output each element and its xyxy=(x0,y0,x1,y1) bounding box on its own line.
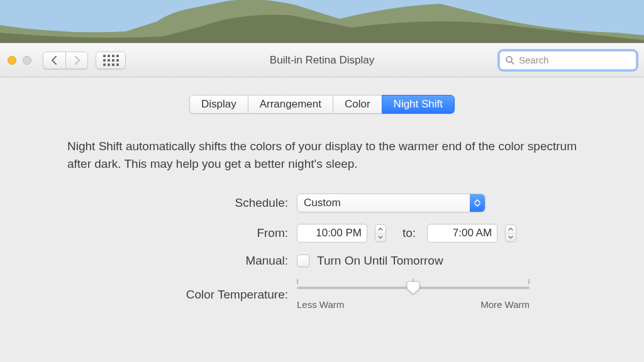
minimize-window-button[interactable] xyxy=(23,56,31,65)
show-all-group xyxy=(96,52,126,69)
chevron-left-icon xyxy=(51,56,58,65)
svg-line-2 xyxy=(511,62,514,64)
to-label: to: xyxy=(402,226,416,240)
stepper-down-icon xyxy=(375,234,386,242)
schedule-popup[interactable]: Custom xyxy=(297,194,486,212)
night-shift-description: Night Shift automatically shifts the col… xyxy=(67,138,577,172)
time-range-row: From: 10:00 PM to: 7:00 AM xyxy=(77,224,567,243)
search-field[interactable] xyxy=(499,51,636,70)
from-time-stepper[interactable] xyxy=(375,224,386,242)
from-label: From: xyxy=(77,226,297,240)
more-warm-label: More Warm xyxy=(480,299,530,310)
nav-back-forward-group xyxy=(43,52,88,69)
stepper-up-icon xyxy=(375,225,386,234)
color-temperature-slider[interactable] xyxy=(297,279,530,295)
traffic-lights xyxy=(8,56,31,65)
manual-checkbox[interactable] xyxy=(297,255,309,267)
content-area: Display Arrangement Color Night Shift Ni… xyxy=(0,77,644,362)
window-titlebar: Built-in Retina Display xyxy=(0,43,644,77)
color-temperature-label: Color Temperature: xyxy=(77,288,297,302)
close-window-button[interactable] xyxy=(8,56,16,65)
svg-rect-0 xyxy=(0,0,644,47)
schedule-value: Custom xyxy=(304,197,341,209)
to-time-field[interactable]: 7:00 AM xyxy=(427,224,497,243)
night-shift-form: Schedule: Custom From: 10:00 PM xyxy=(77,194,567,310)
color-temperature-row: Color Temperature: L xyxy=(77,279,567,310)
forward-button[interactable] xyxy=(65,52,88,69)
grid-icon xyxy=(103,55,119,66)
popup-arrows-icon xyxy=(470,194,485,212)
less-warm-label: Less Warm xyxy=(297,299,344,310)
manual-checkbox-label: Turn On Until Tomorrow xyxy=(317,254,443,268)
tab-color[interactable]: Color xyxy=(333,95,382,114)
wallpaper-mountain-art xyxy=(0,0,644,47)
show-all-button[interactable] xyxy=(96,52,126,69)
schedule-label: Schedule: xyxy=(77,196,297,210)
tab-night-shift[interactable]: Night Shift xyxy=(382,95,455,114)
slider-sublabels: Less Warm More Warm xyxy=(297,299,530,310)
preferences-window: Built-in Retina Display Display Arrangem… xyxy=(0,43,644,362)
stepper-down-icon xyxy=(506,234,516,242)
tab-arrangement[interactable]: Arrangement xyxy=(248,95,333,114)
search-input[interactable] xyxy=(519,55,631,65)
search-icon xyxy=(505,55,515,65)
slider-tick xyxy=(528,279,530,284)
from-time-field[interactable]: 10:00 PM xyxy=(297,224,367,243)
manual-row: Manual: Turn On Until Tomorrow xyxy=(77,254,567,268)
back-button[interactable] xyxy=(43,52,65,69)
tab-display[interactable]: Display xyxy=(189,95,248,114)
stepper-up-icon xyxy=(506,225,516,234)
to-time-stepper[interactable] xyxy=(505,224,516,242)
slider-tick xyxy=(297,279,298,284)
slider-thumb[interactable] xyxy=(406,280,420,295)
manual-label: Manual: xyxy=(77,254,297,268)
chevron-right-icon xyxy=(74,56,80,65)
schedule-row: Schedule: Custom xyxy=(77,194,567,212)
tab-bar: Display Arrangement Color Night Shift xyxy=(189,95,455,114)
